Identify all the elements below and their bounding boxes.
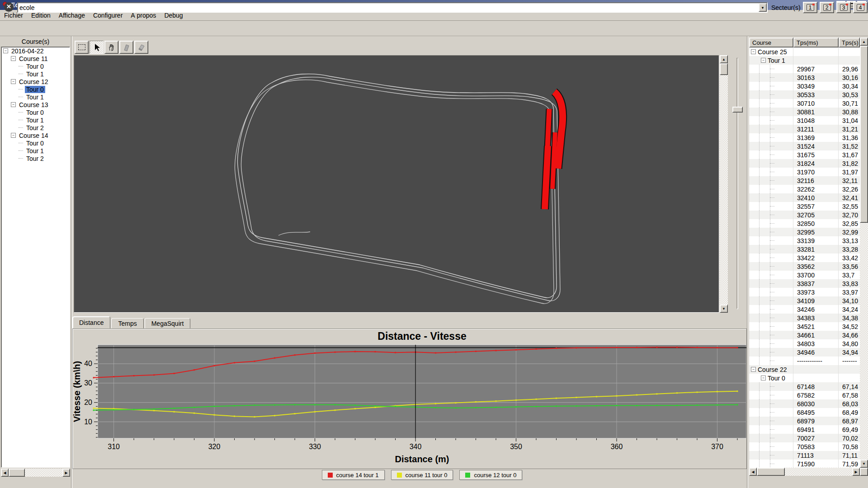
legend-item-course-14-tour-1[interactable]: course 14 tour 1 — [322, 470, 385, 480]
map-zoom-slider-thumb[interactable] — [732, 107, 743, 113]
tree-item-label[interactable]: Tour 2 — [25, 155, 45, 162]
scroll-thumb[interactable] — [860, 46, 868, 223]
secteur-button-1[interactable]: 1 — [803, 2, 817, 13]
tree-item-label[interactable]: Tour 0 — [25, 63, 45, 70]
scroll-left-icon[interactable]: ◀ — [749, 468, 757, 476]
tree-item-label[interactable]: Course 12 — [18, 78, 50, 85]
secteur-button-4[interactable]: 4 — [853, 2, 868, 13]
tree-item-tour-0[interactable]: Tour 0 — [1, 108, 70, 116]
scroll-thumb[interactable] — [720, 63, 728, 75]
tree-item-label[interactable]: Tour 1 — [25, 117, 45, 124]
table-row[interactable]: 3241032,41 — [749, 193, 860, 202]
pointer-tool[interactable] — [90, 41, 104, 54]
table-row[interactable]: 3211632,11 — [749, 176, 860, 185]
table-row[interactable]: 3494634,94 — [749, 348, 860, 357]
table-row[interactable]: 3255732,55 — [749, 202, 860, 211]
tree-item-label[interactable]: Tour 0 — [25, 140, 45, 147]
expander-icon[interactable]: − — [11, 79, 16, 84]
scroll-left-icon[interactable]: ◀ — [1, 469, 9, 477]
clear-search-icon[interactable]: ✕ — [4, 2, 14, 12]
secteur-button-3[interactable]: 3 — [836, 2, 851, 13]
erase-tool[interactable] — [134, 41, 148, 54]
tab-distance[interactable]: Distance — [72, 316, 110, 328]
table-row[interactable]: 3152431,52 — [749, 142, 860, 150]
column-header-tps-s[interactable]: Tps(s) — [839, 38, 860, 47]
tree-item-tour-0[interactable]: Tour 0 — [1, 85, 70, 93]
tree-item-course-13[interactable]: −Course 13 — [1, 101, 70, 108]
table-row[interactable]: 3356233,56 — [749, 262, 860, 271]
table-row[interactable]: 3342233,42 — [749, 253, 860, 262]
tree-item-tour-1[interactable]: Tour 1 — [1, 93, 70, 101]
scroll-up-icon[interactable]: ▲ — [720, 55, 728, 63]
scroll-down-icon[interactable]: ▼ — [860, 460, 868, 468]
scroll-right-icon[interactable]: ▶ — [62, 469, 70, 477]
table-row[interactable]: 3053330,53 — [749, 90, 860, 99]
tree-item-tour-1[interactable]: Tour 1 — [1, 116, 70, 124]
pan-tool[interactable] — [104, 41, 118, 54]
tree-item-tour-0[interactable]: Tour 0 — [1, 62, 70, 70]
table-row[interactable]: 3438334,38 — [749, 314, 860, 322]
column-header-tps-ms[interactable]: Tps(ms) — [793, 38, 839, 47]
expander-icon[interactable]: − — [761, 58, 766, 63]
table-row[interactable]: 6714867,14 — [749, 382, 860, 391]
table-row[interactable]: 7111371,11 — [749, 451, 860, 460]
tree-item-label[interactable]: 2016-04-22 — [10, 47, 45, 55]
group-label[interactable]: Tour 0 — [768, 375, 785, 382]
expander-icon[interactable]: − — [751, 367, 756, 372]
tree-item-tour-1[interactable]: Tour 1 — [1, 70, 70, 78]
tree-item-label[interactable]: Tour 1 — [25, 70, 45, 78]
table-row[interactable]: 3285032,85 — [749, 219, 860, 228]
scroll-thumb[interactable] — [757, 468, 785, 476]
table-row[interactable]: 3299532,99 — [749, 228, 860, 236]
tree-item-label[interactable]: Tour 0 — [25, 86, 45, 93]
table-row[interactable]: 3383733,83 — [749, 279, 860, 288]
column-header-course[interactable]: Course — [749, 38, 793, 47]
map-vscrollbar[interactable]: ▲ ▼ — [720, 55, 728, 313]
table-row[interactable]: 7159071,59 — [749, 460, 860, 468]
group-label[interactable]: Tour 1 — [768, 57, 785, 64]
table-row[interactable]: 7002770,02 — [749, 434, 860, 442]
expander-icon[interactable]: − — [11, 102, 16, 107]
marquee-select-tool[interactable] — [75, 41, 89, 54]
table-row[interactable]: −Tour 1 — [749, 56, 860, 65]
table-row[interactable]: 3226232,26 — [749, 185, 860, 193]
combo-dropdown-icon[interactable]: ▼ — [759, 3, 767, 12]
scroll-thumb[interactable] — [9, 469, 25, 477]
tree-item-label[interactable]: Course 13 — [18, 101, 50, 108]
table-row[interactable]: 3034930,34 — [749, 82, 860, 90]
search-combobox[interactable]: ▼ — [17, 2, 768, 13]
tree-item-course-12[interactable]: −Course 12 — [1, 78, 70, 85]
table-row[interactable]: 3452134,52 — [749, 322, 860, 331]
table-row[interactable]: 3424634,24 — [749, 305, 860, 314]
table-row[interactable]: 3313933,13 — [749, 236, 860, 245]
table-row[interactable]: 3167531,67 — [749, 150, 860, 159]
secteur-button-2[interactable]: 2 — [820, 2, 834, 13]
scroll-right-icon[interactable]: ▶ — [852, 468, 860, 476]
table-row[interactable]: 3410934,10 — [749, 296, 860, 305]
table-row[interactable]: −Tour 0 — [749, 374, 860, 382]
tab-megasquirt[interactable]: MegaSquirt — [145, 318, 191, 328]
table-row[interactable]: 3328133,28 — [749, 245, 860, 253]
expander-icon[interactable]: − — [11, 56, 16, 61]
expander-icon[interactable]: − — [3, 48, 8, 53]
grid-vscrollbar[interactable]: ▲ ▼ — [860, 38, 868, 468]
table-row[interactable]: 3088130,88 — [749, 108, 860, 116]
table-row[interactable]: 6849568,49 — [749, 408, 860, 417]
track-map-canvas[interactable] — [74, 55, 719, 313]
scroll-up-icon[interactable]: ▲ — [860, 38, 868, 46]
map-zoom-slider-track[interactable] — [736, 58, 738, 309]
table-row[interactable]: 3136931,36 — [749, 133, 860, 142]
table-row[interactable]: 3104831,04 — [749, 116, 860, 125]
table-row[interactable]: 2996729,96 — [749, 65, 860, 73]
expander-icon[interactable]: − — [751, 49, 756, 54]
table-row[interactable]: 3071030,71 — [749, 99, 860, 108]
table-row[interactable]: 3197031,97 — [749, 168, 860, 176]
table-row[interactable]: 3397333,97 — [749, 288, 860, 296]
table-row[interactable]: 3370033,7 — [749, 271, 860, 279]
tree-item-label[interactable]: Tour 2 — [25, 124, 45, 131]
tab-temps[interactable]: Temps — [111, 318, 143, 328]
table-row[interactable]: 3016330,16 — [749, 73, 860, 82]
table-row[interactable]: 3121131,21 — [749, 125, 860, 133]
tree-item-label[interactable]: Tour 1 — [25, 147, 45, 155]
tree-item-label[interactable]: Course 14 — [18, 132, 50, 139]
